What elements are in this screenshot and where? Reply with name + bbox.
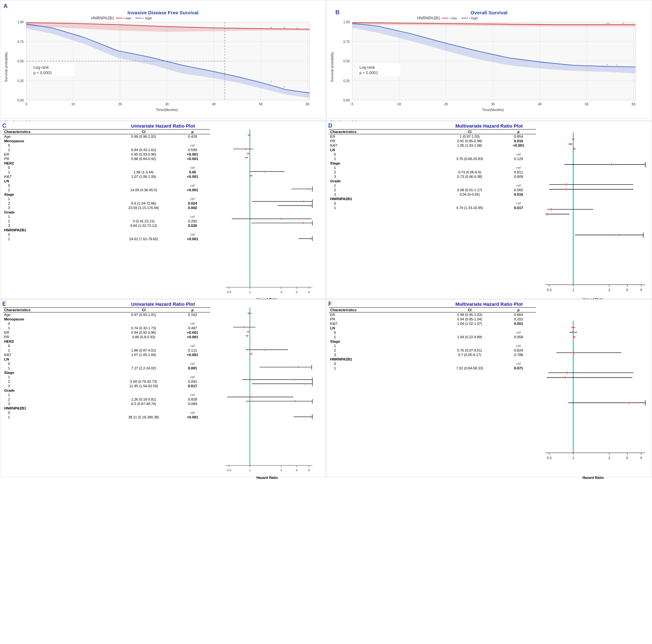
svg-marker-217 (572, 336, 575, 338)
svg-text:3: 3 (280, 468, 282, 472)
forest-char-E-14: 1 (3, 375, 112, 379)
forest-char-C-11: 0 (3, 183, 112, 188)
forest-char-E-21: HNRNPA2B1 (3, 406, 112, 410)
forest-p-C-19: 0.282 (175, 219, 210, 223)
svg-text:+: + (270, 80, 272, 83)
svg-text:6: 6 (626, 288, 628, 292)
svg-text:60: 60 (632, 102, 635, 106)
forest-p-D-4: ref (501, 152, 536, 157)
forest-p-C-22: ref (175, 232, 210, 237)
forest-ci-E-19: 1.26 (0.16-9.81) (112, 397, 175, 402)
panel-E-label: E (2, 301, 6, 307)
forest-char-D-7: 1 (329, 165, 438, 170)
forest-ci-E-6 (112, 339, 175, 344)
svg-text:+: + (270, 26, 272, 29)
svg-text:6: 6 (296, 468, 298, 472)
svg-marker-151 (564, 188, 567, 190)
svg-text:40: 40 (212, 102, 216, 106)
forest-ci-C-3: 0.84 (0.43-1.62) (112, 148, 175, 152)
svg-text:40: 40 (538, 102, 542, 106)
forest-char-C-1: Menopause (3, 139, 112, 143)
forest-p-D-13: 0.016 (501, 192, 536, 197)
forest-p-C-8: 0.05 (175, 170, 210, 174)
svg-marker-107 (263, 171, 266, 173)
forest-char-E-5: PR (3, 335, 112, 339)
forest-char-C-21: HNRNPA2B1 (3, 228, 112, 232)
panel-A: A Invasive Disease Free Survival HNRNPA2… (0, 0, 326, 121)
svg-marker-155 (546, 213, 549, 215)
forest-ci-E-21 (112, 406, 175, 410)
col-char-F: Characteristics (329, 308, 438, 312)
svg-marker-195 (294, 400, 296, 402)
forest-ci-D-12: 0.08 (0.01-1.17) (438, 188, 501, 192)
svg-marker-157 (618, 234, 621, 236)
forest-ci-C-0: 0.99 (0.96-1.02) (112, 134, 175, 139)
forest-ci-C-4: 0.95 (0.93-0.96) (112, 152, 175, 157)
svg-marker-221 (565, 371, 568, 374)
svg-text:+: + (468, 16, 471, 20)
svg-marker-103 (246, 152, 249, 155)
svg-text:9: 9 (308, 468, 309, 472)
svg-text:9: 9 (640, 288, 642, 292)
svg-marker-190 (304, 383, 307, 385)
forest-ci-C-22 (112, 232, 175, 237)
svg-marker-105 (245, 157, 248, 159)
forest-p-F-9: 0.788 (501, 353, 536, 357)
forest-p-F-1: 0.202 (501, 317, 536, 321)
panel-D-title: Multivariate Hazard Ratio Plot (329, 123, 649, 129)
forest-p-D-14 (501, 197, 536, 201)
forest-char-E-19: 2 (3, 397, 112, 402)
forest-p-E-23: <0.001 (175, 415, 210, 419)
forest-char-C-6: HER2 (3, 161, 112, 165)
forest-p-D-7: ref (501, 165, 536, 170)
col-p-F: p (501, 308, 536, 312)
forest-p-D-2: <0.001 (501, 143, 536, 148)
forest-p-E-13 (175, 370, 210, 375)
svg-text:0.25: 0.25 (344, 79, 350, 83)
svg-marker-225 (627, 402, 631, 404)
forest-p-E-10 (175, 357, 210, 361)
forest-p-F-11: ref (501, 361, 536, 366)
panel-F-label: F (328, 301, 332, 307)
col-char-E: Characteristics (3, 308, 112, 312)
forest-char-D-11: 1 (329, 183, 438, 188)
forest-p-C-17 (175, 210, 210, 214)
svg-text:0.00: 0.00 (18, 99, 24, 102)
forest-ci-F-5: 1.04 (0.22-4.89) (438, 335, 501, 339)
forest-char-E-13: Stage (3, 370, 112, 375)
svg-marker-178 (246, 335, 248, 337)
forest-char-C-17: Grade (3, 210, 112, 214)
svg-text:50: 50 (585, 102, 589, 106)
forest-ci-E-17 (112, 388, 175, 393)
svg-text:1: 1 (249, 468, 250, 472)
forest-ci-D-2: 1.05 (1.03-1.08) (438, 143, 501, 148)
forest-char-F-11: 0 (329, 361, 438, 366)
forest-p-E-7: ref (175, 344, 210, 348)
forest-char-E-18: 1 (3, 393, 112, 397)
forest-char-E-6: HER2 (3, 339, 112, 344)
forest-p-F-4: ref (501, 330, 536, 335)
svg-text:HNRNPA2B1: HNRNPA2B1 (91, 16, 114, 20)
forest-p-F-2: 0.001 (501, 321, 536, 326)
svg-text:+: + (123, 16, 125, 20)
svg-text:1: 1 (572, 456, 574, 460)
svg-marker-125 (309, 238, 312, 240)
forest-p-C-5: <0.001 (175, 157, 210, 161)
panel-A-label: A (3, 3, 8, 9)
forest-ci-C-7 (112, 165, 175, 170)
forest-char-D-3: LN (329, 148, 438, 152)
forest-ci-C-8: 1.86 (1-3.44) (112, 170, 175, 174)
forest-p-E-12: 0.001 (175, 366, 210, 370)
svg-marker-215 (571, 331, 574, 333)
svg-text:0.5: 0.5 (546, 288, 551, 292)
forest-char-D-13: 3 (329, 192, 438, 197)
svg-marker-219 (572, 352, 575, 354)
forest-p-E-17 (175, 388, 210, 393)
forest-p-E-11: ref (175, 361, 210, 366)
forest-ci-E-22 (112, 410, 175, 415)
forest-p-C-1 (175, 139, 210, 143)
forest-table-D: Characteristics CI p ER1 (0.97-1.03)0.85… (329, 129, 536, 210)
forest-p-F-5: 0.958 (501, 335, 536, 339)
forest-ci-E-23: 38.11 (5.18-280.38) (112, 415, 175, 419)
svg-text:++: ++ (606, 22, 610, 25)
